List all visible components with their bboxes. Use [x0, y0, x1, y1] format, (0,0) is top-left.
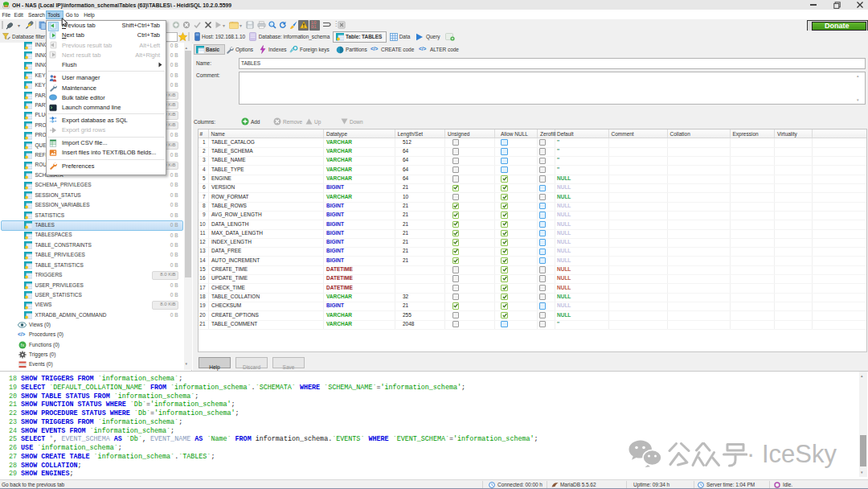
svg-text:fx: fx [21, 343, 25, 347]
